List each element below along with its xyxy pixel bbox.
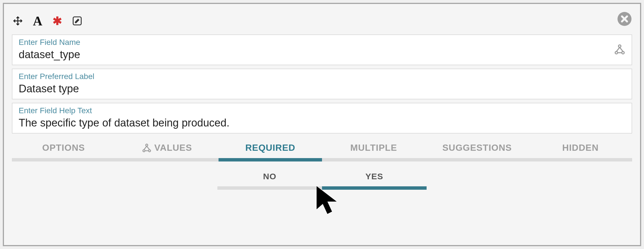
tab-label: REQUIRED [245,143,295,153]
tab-label: MULTIPLE [350,143,397,153]
svg-marker-18 [317,186,337,214]
field-editor-panel: A ✱ Enter Field Name dataset_type [3,3,641,246]
asterisk-icon[interactable]: ✱ [51,15,63,27]
toggle-label: YES [365,172,383,181]
edit-icon[interactable] [71,15,83,27]
tab-values[interactable]: VALUES [115,139,219,158]
tab-options[interactable]: OPTIONS [12,139,115,158]
tab-suggestions[interactable]: SUGGESTIONS [425,139,529,158]
field-name-label: Enter Field Name [19,38,625,47]
font-icon[interactable]: A [32,15,44,27]
help-text-value: The specific type of dataset being produ… [19,117,625,129]
tab-label: VALUES [154,143,192,153]
svg-line-9 [616,47,620,51]
svg-point-12 [146,144,148,146]
tab-underline-track [12,158,632,161]
svg-point-13 [143,150,145,152]
move-icon[interactable] [12,15,24,27]
svg-point-8 [622,51,624,54]
preferred-label-label: Enter Preferred Label [19,72,625,81]
property-tabs: OPTIONS VALUES [12,139,632,190]
svg-point-6 [619,45,621,47]
help-text-input[interactable]: Enter Field Help Text The specific type … [12,103,632,134]
tab-multiple[interactable]: MULTIPLE [322,139,425,158]
svg-line-10 [620,47,623,51]
required-toggle: NO YES [12,172,632,186]
required-no[interactable]: NO [217,172,322,186]
svg-line-16 [147,146,150,149]
tab-label: HIDDEN [562,143,599,153]
required-underline-indicator [322,186,427,190]
help-text-label: Enter Field Help Text [19,106,625,115]
svg-point-7 [615,51,618,54]
ontology-link-icon[interactable] [614,44,625,56]
preferred-label-value: Dataset type [19,83,625,95]
svg-line-15 [144,146,147,149]
required-yes[interactable]: YES [322,172,427,186]
field-name-input[interactable]: Enter Field Name dataset_type [12,34,632,65]
cursor-icon [315,185,346,220]
toggle-label: NO [263,172,276,181]
close-icon[interactable] [617,11,632,27]
tab-label: SUGGESTIONS [442,143,512,153]
tab-label: OPTIONS [42,143,85,153]
tab-hidden[interactable]: HIDDEN [529,139,632,158]
tab-required[interactable]: REQUIRED [219,139,322,158]
required-underline-track [217,186,427,190]
ontology-link-icon [142,143,152,153]
tab-underline-indicator [219,158,322,161]
field-toolbar: A ✱ [12,12,632,29]
svg-point-14 [148,150,150,152]
preferred-label-input[interactable]: Enter Preferred Label Dataset type [12,69,632,99]
field-name-value: dataset_type [19,49,625,61]
